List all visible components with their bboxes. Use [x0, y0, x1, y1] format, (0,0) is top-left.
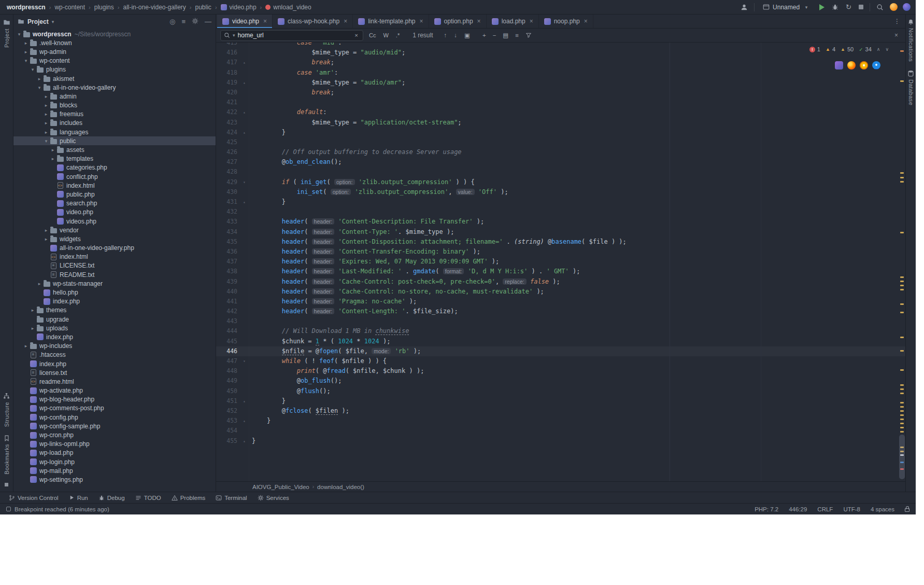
- code-line[interactable]: 426 // Off output buffering to decrease …: [216, 147, 905, 157]
- debug-button[interactable]: [831, 3, 840, 11]
- next-problem-icon[interactable]: ∨: [885, 47, 889, 52]
- match-case-toggle[interactable]: Cc: [367, 32, 377, 39]
- project-tree-item[interactable]: wp-settings.php: [13, 475, 216, 484]
- file-encoding[interactable]: UTF-8: [843, 506, 860, 512]
- toolwindow-stripe-bookmarks[interactable]: Bookmarks: [4, 435, 10, 475]
- project-tree-item[interactable]: categories.php: [13, 163, 216, 172]
- project-tree-item[interactable]: ▾wordpresscn~/Sites/wordpresscn: [13, 30, 216, 38]
- remove-selection-icon[interactable]: −: [491, 31, 498, 39]
- project-tree-item[interactable]: ▸freemius: [13, 110, 216, 119]
- line-number[interactable]: 444: [216, 326, 240, 336]
- toolwindow-button-version-control[interactable]: Version Control: [4, 494, 63, 502]
- line-number[interactable]: 441: [216, 297, 240, 307]
- code-line[interactable]: 421: [216, 97, 905, 107]
- project-tree-item[interactable]: ▸wp-includes: [13, 342, 216, 351]
- php-version[interactable]: PHP: 7.2: [755, 506, 778, 512]
- inspection-mark[interactable]: [900, 384, 904, 386]
- inspection-mark[interactable]: [900, 388, 904, 390]
- project-tree-item[interactable]: ≡license.txt: [13, 368, 216, 377]
- clear-search-icon[interactable]: ×: [353, 32, 360, 39]
- breadcrumb-class[interactable]: AIOVG_Public_Video: [252, 484, 309, 490]
- project-tree-item[interactable]: videos.php: [13, 217, 216, 226]
- code-line[interactable]: 415 case 'mid':: [216, 43, 905, 48]
- inspection-mark[interactable]: [900, 303, 904, 305]
- project-tree-item[interactable]: index.php: [13, 297, 216, 306]
- inspection-mark[interactable]: [900, 350, 904, 352]
- code-line[interactable]: 436 header( header: 'Content-Transfer-En…: [216, 247, 905, 257]
- project-tree-item[interactable]: ≡README.txt: [13, 270, 216, 279]
- editor-tab[interactable]: load.php×: [487, 15, 539, 28]
- project-tree-item[interactable]: wp-links-opml.php: [13, 440, 216, 449]
- inspection-mark[interactable]: [900, 312, 904, 313]
- inspection-mark[interactable]: [900, 80, 904, 82]
- close-tab-icon[interactable]: ×: [344, 18, 347, 25]
- code-line[interactable]: 437 header( header: 'Expires: Wed, 07 Ma…: [216, 257, 905, 267]
- code-line[interactable]: 418 case 'amr':: [216, 68, 905, 78]
- chevron-right-icon[interactable]: ▸: [29, 308, 36, 313]
- code-line[interactable]: 419▴ $mime_type = "audio/amr";: [216, 78, 905, 88]
- chevron-down-icon[interactable]: ▾: [36, 85, 43, 90]
- toolwindow-stripe-notifications[interactable]: Notifications: [907, 19, 914, 62]
- project-tree-item[interactable]: ▸wp-admin: [13, 47, 216, 56]
- line-number[interactable]: 435: [216, 237, 240, 247]
- breadcrumb-item[interactable]: wp-content: [53, 3, 87, 11]
- line-number[interactable]: 433: [216, 217, 240, 227]
- code-line[interactable]: 417▴ break;: [216, 58, 905, 67]
- warning-count[interactable]: ▲ 4: [826, 46, 835, 52]
- safari-icon[interactable]: [872, 61, 880, 69]
- chevron-right-icon[interactable]: ▸: [36, 281, 43, 286]
- toolwindow-stripe-project[interactable]: Project: [3, 19, 10, 48]
- inspection-mark[interactable]: [900, 177, 904, 178]
- code-line[interactable]: 443: [216, 316, 905, 326]
- project-tree-item[interactable]: ▸languages: [13, 128, 216, 136]
- project-tree-item[interactable]: wp-comments-post.php: [13, 404, 216, 413]
- weak-warning-count[interactable]: ▲ 50: [841, 46, 854, 52]
- chevron-right-icon[interactable]: ▸: [22, 40, 30, 46]
- project-tree-item[interactable]: ▾plugins: [13, 65, 216, 74]
- inspection-mark[interactable]: [900, 276, 904, 278]
- close-tab-icon[interactable]: ×: [263, 18, 267, 25]
- chevron-down-icon[interactable]: ▾: [52, 19, 54, 24]
- inspection-mark[interactable]: [900, 423, 904, 424]
- line-number[interactable]: 442: [216, 307, 240, 316]
- line-ending[interactable]: CRLF: [817, 506, 833, 512]
- project-tree-item[interactable]: ▸includes: [13, 119, 216, 128]
- code-line[interactable]: 446 $nfile = @fopen( $file, mode: 'rb' )…: [216, 346, 905, 356]
- project-tree-item[interactable]: ▸vendor: [13, 226, 216, 234]
- search-icon[interactable]: [224, 32, 230, 38]
- line-number[interactable]: 438: [216, 267, 240, 276]
- inspection-mark[interactable]: [900, 414, 904, 416]
- toolwindow-button-todo[interactable]: TODO: [131, 494, 166, 502]
- code-line[interactable]: 435 header( header: 'Content-Disposition…: [216, 237, 905, 247]
- line-number[interactable]: 450: [216, 386, 240, 396]
- line-number[interactable]: 445: [216, 337, 240, 346]
- status-message[interactable]: Breakpoint reached (6 minutes ago): [15, 506, 109, 512]
- fold-marker-icon[interactable]: ▴: [240, 128, 249, 137]
- stop-button[interactable]: [858, 4, 864, 10]
- line-number[interactable]: 451: [216, 396, 240, 406]
- project-tree-item[interactable]: ▾all-in-one-video-gallery: [13, 83, 216, 92]
- passed-count[interactable]: ✓ 34: [859, 46, 872, 52]
- project-tree-item[interactable]: all-in-one-video-gallery.php: [13, 244, 216, 253]
- project-tree-item[interactable]: hello.php: [13, 288, 216, 297]
- settings-icon[interactable]: [192, 18, 198, 25]
- project-tree-item[interactable]: ≡LICENSE.txt: [13, 261, 216, 270]
- toolwindow-button-problems[interactable]: Problems: [167, 494, 210, 502]
- chrome-icon[interactable]: [860, 61, 868, 69]
- search-history-icon[interactable]: ▾: [233, 33, 235, 38]
- line-number[interactable]: 422: [216, 107, 240, 117]
- line-number[interactable]: 417: [216, 58, 240, 67]
- close-find-bar-icon[interactable]: ×: [891, 32, 901, 39]
- filter-lines-icon[interactable]: ≡: [514, 31, 520, 39]
- user-profile-icon[interactable]: [740, 3, 749, 12]
- firefox-icon[interactable]: [847, 61, 856, 69]
- editor-tab[interactable]: video.php×: [217, 15, 273, 28]
- code-line[interactable]: 433 header( header: 'Content-Description…: [216, 217, 905, 227]
- toolwindow-stripe-database[interactable]: Database: [907, 70, 914, 105]
- chevron-down-icon[interactable]: ▾: [29, 67, 36, 72]
- code-line[interactable]: 442 header( header: 'Content-Length: '. …: [216, 307, 905, 316]
- locate-file-icon[interactable]: ◎: [169, 18, 175, 25]
- line-number[interactable]: 426: [216, 147, 240, 157]
- pin-icon[interactable]: [5, 483, 8, 486]
- project-tree-item[interactable]: ▾wp-content: [13, 57, 216, 65]
